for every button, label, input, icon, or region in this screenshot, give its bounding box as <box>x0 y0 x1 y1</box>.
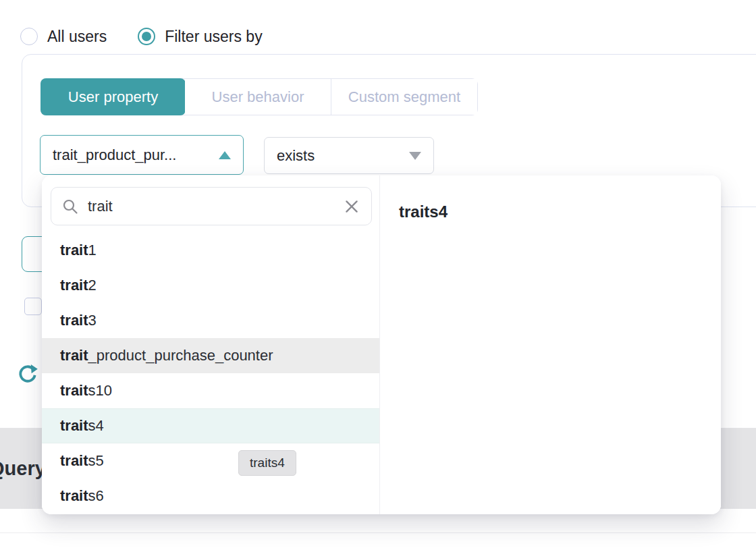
option-traits6[interactable]: traits6 <box>42 478 379 514</box>
tab-user-behavior[interactable]: User behavior <box>185 79 331 115</box>
radio-selected-icon[interactable] <box>138 28 155 45</box>
chevron-down-icon <box>409 152 421 160</box>
checkbox[interactable] <box>24 298 42 315</box>
tooltip: traits4 <box>238 450 296 476</box>
radio-filter-users-by[interactable]: Filter users by <box>138 28 262 46</box>
query-section-title: Query <box>0 458 46 480</box>
property-detail-panel: traits4 <box>379 175 721 514</box>
operator-select-value: exists <box>277 147 315 165</box>
clear-search-icon[interactable] <box>343 198 360 215</box>
property-select[interactable]: trait_product_pur... <box>40 135 244 175</box>
dropdown-search-input[interactable] <box>88 198 333 215</box>
filter-tab-group: User property User behavior Custom segme… <box>40 78 478 115</box>
refresh-icon[interactable] <box>18 364 38 384</box>
filter-users-by-label: Filter users by <box>165 28 262 46</box>
screen: All users Filter users by User property … <box>0 0 756 548</box>
audience-radio-group: All users Filter users by <box>20 26 263 47</box>
property-dropdown-popover: trait1 trait2 trait3 trait_product_purch… <box>42 175 721 514</box>
tab-user-property[interactable]: User property <box>40 78 186 115</box>
operator-select[interactable]: exists <box>264 137 434 174</box>
option-traits4[interactable]: traits4 <box>42 408 379 443</box>
option-traits10[interactable]: traits10 <box>42 373 379 408</box>
all-users-label: All users <box>47 28 107 46</box>
section-divider <box>0 532 756 533</box>
radio-all-users[interactable]: All users <box>20 28 107 46</box>
option-trait2[interactable]: trait2 <box>42 268 379 303</box>
search-icon <box>62 198 78 215</box>
option-traits5[interactable]: traits5 <box>42 443 379 478</box>
option-trait3[interactable]: trait3 <box>42 303 379 338</box>
dropdown-search-box[interactable] <box>51 187 372 225</box>
detail-title: traits4 <box>399 202 448 221</box>
property-dropdown-list-panel: trait1 trait2 trait3 trait_product_purch… <box>42 175 379 514</box>
dropdown-options: trait1 trait2 trait3 trait_product_purch… <box>42 233 379 514</box>
property-select-value: trait_product_pur... <box>53 146 176 164</box>
tab-custom-segment[interactable]: Custom segment <box>331 79 477 115</box>
option-trait-product-purchase-counter[interactable]: trait_product_purchase_counter <box>42 338 379 373</box>
chevron-up-icon <box>219 151 231 159</box>
option-trait1[interactable]: trait1 <box>42 233 379 268</box>
radio-unselected-icon[interactable] <box>20 28 38 45</box>
